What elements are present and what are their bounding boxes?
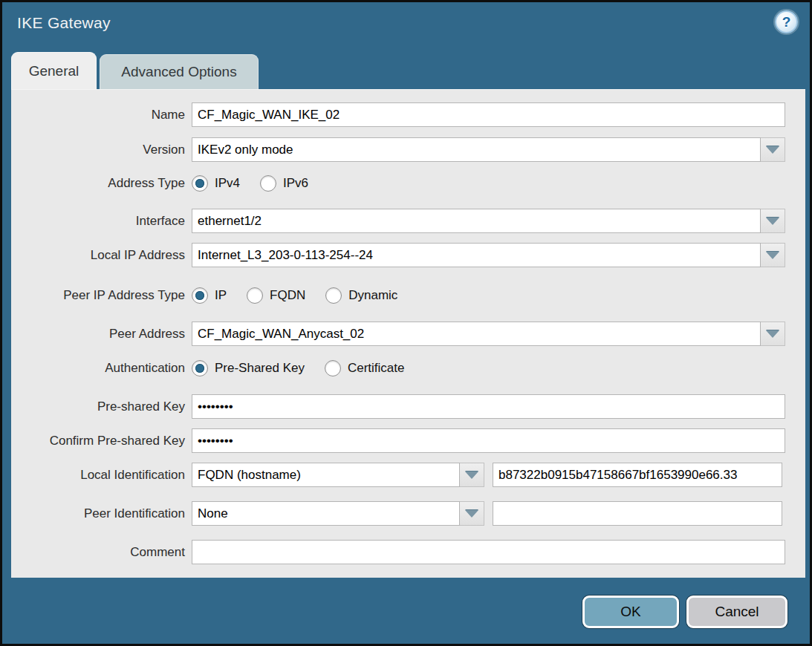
- peer-address-dropdown-button[interactable]: [761, 322, 785, 346]
- radio-ipv6-control[interactable]: [260, 175, 276, 192]
- radio-ipv4[interactable]: IPv4: [192, 175, 240, 192]
- tab-general[interactable]: General: [11, 52, 97, 89]
- local-ip-address-row: Local IP Address: [11, 243, 805, 267]
- confirm-pre-shared-key-label: Confirm Pre-shared Key: [11, 434, 192, 448]
- authentication-radio-group: Pre-Shared Key Certificate: [192, 360, 424, 376]
- interface-select-input[interactable]: [192, 209, 761, 233]
- version-dropdown-button[interactable]: [761, 137, 785, 162]
- local-ip-address-select-input[interactable]: [192, 243, 761, 267]
- peer-ip-address-type-row: Peer IP Address Type IP FQDN Dynamic: [11, 283, 805, 307]
- comment-row: Comment: [11, 540, 805, 564]
- pre-shared-key-input[interactable]: [192, 394, 785, 419]
- peer-identification-label: Peer Identification: [11, 506, 192, 521]
- radio-certificate-label: Certificate: [348, 361, 405, 376]
- title-bar: IKE Gateway ?: [2, 2, 810, 50]
- tab-advanced-options[interactable]: Advanced Options: [100, 54, 259, 89]
- local-ip-dropdown-button[interactable]: [761, 243, 785, 267]
- address-type-label: Address Type: [11, 176, 192, 191]
- local-identification-row: Local Identification: [11, 463, 805, 487]
- chevron-down-icon: [766, 218, 779, 225]
- ike-gateway-dialog: IKE Gateway ? General Advanced Options N…: [0, 0, 812, 646]
- local-identification-dropdown-button[interactable]: [460, 463, 484, 487]
- peer-ip-address-type-label: Peer IP Address Type: [11, 288, 192, 303]
- chevron-down-icon: [766, 252, 779, 259]
- chevron-down-icon: [766, 330, 779, 338]
- comment-input[interactable]: [192, 540, 785, 564]
- authentication-label: Authentication: [11, 361, 192, 376]
- radio-ip-label: IP: [215, 288, 227, 303]
- name-label: Name: [11, 108, 192, 123]
- radio-pre-shared-key-control[interactable]: [192, 360, 208, 376]
- general-tab-panel: Name Version Address Type IPv4 IPv6: [11, 89, 805, 578]
- radio-ip-control[interactable]: [192, 287, 208, 304]
- help-icon[interactable]: ?: [775, 10, 798, 33]
- confirm-pre-shared-key-input[interactable]: [192, 428, 785, 453]
- pre-shared-key-label: Pre-shared Key: [11, 399, 192, 414]
- version-row: Version: [11, 137, 805, 162]
- comment-label: Comment: [11, 545, 192, 560]
- radio-certificate-control[interactable]: [325, 360, 341, 376]
- peer-address-select-input[interactable]: [192, 322, 761, 346]
- radio-dynamic-label: Dynamic: [348, 288, 397, 303]
- address-type-row: Address Type IPv4 IPv6: [11, 171, 805, 195]
- ok-button[interactable]: OK: [582, 596, 679, 628]
- radio-certificate[interactable]: Certificate: [325, 360, 405, 376]
- peer-address-label: Peer Address: [11, 327, 192, 342]
- pre-shared-key-row: Pre-shared Key: [11, 394, 805, 419]
- radio-dynamic[interactable]: Dynamic: [325, 287, 397, 304]
- radio-ip[interactable]: IP: [192, 287, 227, 304]
- tab-general-label: General: [29, 63, 79, 79]
- radio-ipv6-label: IPv6: [283, 176, 308, 191]
- interface-dropdown-button[interactable]: [761, 209, 785, 233]
- local-ip-address-label: Local IP Address: [11, 248, 192, 263]
- radio-pre-shared-key-label: Pre-Shared Key: [215, 361, 305, 376]
- local-identification-label: Local Identification: [11, 468, 192, 483]
- local-identification-type-select[interactable]: [192, 463, 460, 487]
- local-identification-value-input[interactable]: [493, 463, 782, 487]
- address-type-radio-group: IPv4 IPv6: [192, 175, 328, 192]
- peer-identification-value-input[interactable]: [493, 501, 782, 526]
- peer-identification-dropdown-button[interactable]: [460, 501, 484, 526]
- tab-advanced-options-label: Advanced Options: [121, 64, 236, 80]
- peer-identification-type-select[interactable]: [192, 501, 460, 526]
- dialog-title: IKE Gateway: [17, 14, 111, 32]
- version-label: Version: [11, 143, 192, 157]
- name-row: Name: [11, 102, 805, 127]
- cancel-button[interactable]: Cancel: [686, 596, 787, 628]
- radio-ipv4-control[interactable]: [192, 175, 208, 192]
- interface-row: Interface: [11, 209, 805, 233]
- confirm-pre-shared-key-row: Confirm Pre-shared Key: [11, 428, 805, 453]
- radio-ipv6[interactable]: IPv6: [260, 175, 308, 192]
- name-input[interactable]: [192, 102, 785, 127]
- version-select-input[interactable]: [192, 137, 761, 162]
- interface-label: Interface: [11, 214, 192, 229]
- radio-dynamic-control[interactable]: [325, 287, 342, 304]
- radio-fqdn-label: FQDN: [270, 288, 305, 303]
- radio-fqdn[interactable]: FQDN: [247, 287, 305, 304]
- peer-identification-row: Peer Identification: [11, 501, 805, 526]
- chevron-down-icon: [465, 510, 478, 518]
- chevron-down-icon: [465, 472, 478, 479]
- question-mark-glyph: ?: [782, 15, 791, 29]
- authentication-row: Authentication Pre-Shared Key Certificat…: [11, 356, 805, 380]
- radio-fqdn-control[interactable]: [247, 287, 263, 304]
- peer-address-row: Peer Address: [11, 322, 805, 346]
- radio-ipv4-label: IPv4: [215, 176, 240, 191]
- radio-pre-shared-key[interactable]: Pre-Shared Key: [192, 360, 305, 376]
- peer-ip-type-radio-group: IP FQDN Dynamic: [192, 287, 418, 304]
- chevron-down-icon: [766, 146, 779, 154]
